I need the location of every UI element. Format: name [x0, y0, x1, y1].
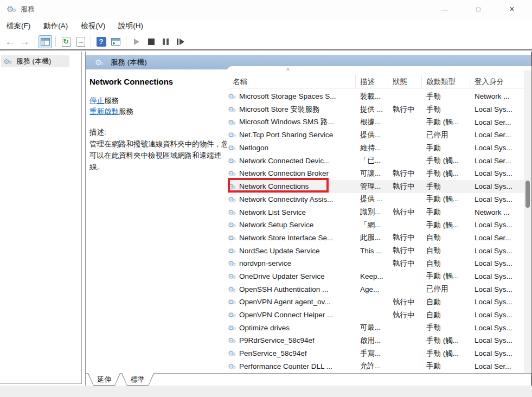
table-row[interactable]: ⚙⚙ Optimize drives 可最... 手動 Local Sys...	[227, 321, 524, 334]
cell-logon-as: Local Sys...	[470, 336, 524, 344]
close-button[interactable]: ×	[495, 0, 529, 18]
table-row[interactable]: ⚙⚙ PenService_58c94ef 手寫... 手動 (觸... Loc…	[227, 347, 524, 360]
service-gear-icon: ⚙⚙	[228, 131, 237, 139]
cell-description: 允許...	[356, 361, 388, 371]
cell-startup-type: 自動	[422, 297, 470, 307]
minimize-button[interactable]: —	[428, 0, 462, 18]
restart-service-link[interactable]: 重新啟動	[89, 107, 119, 116]
cell-name: OpenSSH Authentication ...	[239, 285, 328, 293]
cell-name: OneDrive Updater Service	[239, 272, 325, 280]
cell-description: 此服...	[356, 233, 388, 242]
restart-service-button[interactable]	[174, 35, 187, 48]
toolbar: ← → ↻ → ?	[0, 34, 532, 50]
cell-name: Performance Counter DLL ...	[239, 362, 332, 370]
cell-name: OpenVPN Connect Helper ...	[239, 311, 333, 319]
start-service-button[interactable]	[130, 35, 143, 48]
export-list-button[interactable]: →	[74, 35, 87, 48]
scrollbar-thumb[interactable]	[525, 181, 530, 208]
tab-standard[interactable]: 標準	[121, 374, 154, 386]
pause-service-button[interactable]	[159, 35, 172, 48]
service-gear-icon: ⚙⚙	[228, 105, 237, 113]
restart-icon	[177, 39, 184, 45]
toolbar-separator	[91, 36, 91, 47]
table-row[interactable]: ⚙⚙ Microsoft Windows SMS 路... 根據... 手動 (…	[227, 116, 524, 129]
column-header-startup-type[interactable]: 啟動類型	[422, 75, 470, 88]
cell-startup-type: 手動 (觸...	[422, 220, 470, 230]
table-row[interactable]: ⚙⚙ nordvpn-service 執行中 自動 Local Sys...	[227, 257, 524, 270]
table-row[interactable]: ⚙⚙ NordSec Update Service This ... 執行中 自…	[227, 244, 524, 257]
refresh-button[interactable]: ↻	[59, 35, 73, 48]
service-gear-icon: ⚙⚙	[228, 118, 237, 126]
cell-logon-as: Local Sys...	[470, 272, 524, 280]
show-action-pane-button[interactable]	[109, 35, 123, 48]
cell-logon-as: Local Sys...	[470, 221, 524, 229]
console-tree-panel: ⚙ ⚙ 服務 (本機)	[0, 52, 82, 384]
view-tabs: 延伸 標準	[88, 374, 154, 386]
table-row[interactable]: ⚙⚙ OpenVPN Agent agent_ov... 執行中 自動 Loca…	[227, 296, 524, 309]
menu-action[interactable]: 動作(A)	[37, 21, 74, 31]
table-row[interactable]: ⚙⚙ OneDrive Updater Service Keep... 手動 (…	[227, 270, 524, 283]
service-gear-icon: ⚙⚙	[228, 247, 237, 255]
menu-help[interactable]: 說明(H)	[112, 21, 150, 31]
table-row[interactable]: ⚙⚙ Network List Service 識別... 執行中 手動 Net…	[227, 206, 524, 219]
cell-description: 手寫...	[356, 349, 388, 358]
selected-service-title: Network Connections	[89, 77, 230, 86]
vertical-scrollbar[interactable]	[524, 71, 531, 373]
maximize-button[interactable]: □	[462, 0, 495, 18]
forward-icon: →	[20, 36, 30, 47]
cell-name: Network Setup Service	[239, 221, 313, 229]
table-row[interactable]: ⚙⚙ OpenSSH Authentication ... Age... 已停用…	[227, 283, 524, 296]
back-button[interactable]: ←	[3, 35, 17, 48]
table-row[interactable]: ⚙⚙ Network Setup Service 「網... 手動 (觸... …	[227, 219, 524, 232]
stop-service-link[interactable]: 停止	[89, 97, 104, 105]
service-action-links: 停止服務 重新啟動服務	[89, 95, 133, 117]
service-gear-icon: ⚙⚙	[228, 144, 237, 152]
cell-name: Microsoft Store 安裝服務	[239, 105, 320, 114]
help-button[interactable]: ?	[94, 35, 108, 48]
column-header-description[interactable]: 描述	[356, 75, 388, 88]
service-gear-icon: ⚙⚙	[228, 362, 237, 370]
show-console-tree-button[interactable]	[39, 35, 52, 48]
table-row[interactable]: ⚙⚙ Netlogon 維持... 手動 Local Sys...	[227, 142, 524, 155]
cell-logon-as: Local Ser...	[470, 234, 524, 242]
menu-view[interactable]: 檢視(V)	[74, 21, 112, 31]
cell-status: 執行中	[388, 246, 422, 255]
column-header-status[interactable]: 狀態	[388, 75, 422, 88]
tree-item-label: 服務 (本機)	[16, 56, 51, 66]
cell-status: 執行中	[388, 259, 422, 268]
cell-description: 可讓...	[356, 169, 388, 178]
cell-logon-as: Local Sys...	[470, 311, 524, 319]
menu-file[interactable]: 檔案(F)	[0, 21, 37, 31]
cell-logon-as: Local Sys...	[470, 195, 524, 203]
tree-item-services-local[interactable]: ⚙ ⚙ 服務 (本機)	[1, 55, 69, 67]
forward-button[interactable]: →	[18, 35, 31, 48]
service-gear-icon: ⚙⚙	[228, 157, 237, 165]
table-row[interactable]: ⚙⚙ Net.Tcp Port Sharing Service 提供... 已停…	[227, 129, 524, 142]
table-row[interactable]: ⚙⚙ Network Connectivity Assis... 提供 ... …	[227, 193, 524, 206]
table-row[interactable]: ⚙⚙ Network Connected Devic... 「已... 手動 (…	[227, 154, 524, 167]
table-row[interactable]: ⚙⚙ Microsoft Store 安裝服務 提供 ... 執行中 手動 Lo…	[227, 103, 524, 116]
back-icon: ←	[5, 36, 15, 47]
cell-logon-as: Local Sys...	[470, 324, 524, 332]
column-header-logon-as[interactable]: 登入身分	[470, 75, 524, 88]
console-tree-icon	[41, 38, 50, 46]
table-row[interactable]: ⚙⚙ Microsoft Storage Spaces S... 裝載... 手…	[227, 90, 524, 103]
cell-startup-type: 手動 (觸...	[422, 169, 470, 178]
cell-name: NordSec Update Service	[239, 247, 320, 255]
window-title: 服務	[21, 4, 35, 14]
tab-extended[interactable]: 延伸	[88, 374, 120, 386]
cell-description: 識別...	[356, 207, 388, 217]
cell-description: 維持...	[356, 143, 388, 153]
column-header-name[interactable]: 名稱	[227, 75, 356, 88]
toolbar-separator	[55, 36, 56, 47]
table-row[interactable]: ⚙⚙ Performance Counter DLL ... 允許... 手動 …	[227, 360, 524, 373]
cell-startup-type: 已停用	[422, 130, 470, 140]
cell-name: Microsoft Storage Spaces S...	[239, 92, 336, 100]
table-row[interactable]: ⚙⚙ P9RdrService_58c94ef 啟用... 手動 (觸... L…	[227, 334, 524, 347]
stop-service-button[interactable]	[144, 35, 158, 48]
service-gear-icon: ⚙⚙	[228, 169, 237, 177]
table-row[interactable]: ⚙⚙ Network Store Interface Se... 此服... 執…	[227, 232, 524, 245]
cell-startup-type: 手動 (觸...	[422, 271, 470, 281]
table-row[interactable]: ⚙⚙ OpenVPN Connect Helper ... 執行中 自動 Loc…	[227, 309, 524, 322]
service-gear-icon: ⚙⚙	[228, 349, 237, 357]
